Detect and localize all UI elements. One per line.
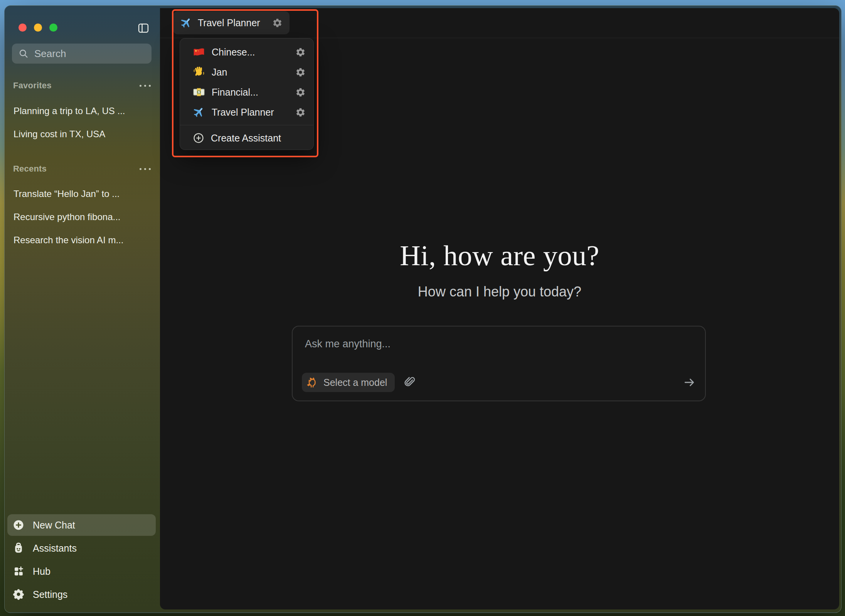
message-composer[interactable]: Ask me anything... bbox=[292, 326, 706, 401]
assistant-menu-label: Financial... bbox=[212, 87, 289, 98]
app-window: Search Favorites Planning a trip to LA, … bbox=[4, 5, 842, 613]
hub-icon bbox=[13, 566, 24, 577]
sidebar-bottom-nav: New Chat Assistants bbox=[7, 514, 156, 607]
chat-header: Travel Planner bbox=[160, 8, 839, 38]
recents-section-header: Recents bbox=[13, 162, 151, 175]
settings-button[interactable]: Settings bbox=[7, 584, 156, 605]
sidebar-toggle-button[interactable] bbox=[137, 22, 150, 34]
sidebar-toggle-icon bbox=[137, 22, 150, 34]
china-flag-icon bbox=[193, 46, 205, 58]
assistant-menu-item[interactable]: Financial... bbox=[183, 82, 310, 102]
gear-icon[interactable] bbox=[272, 18, 283, 28]
money-icon bbox=[193, 86, 205, 98]
sidebar: Search Favorites Planning a trip to LA, … bbox=[5, 6, 160, 613]
gear-icon[interactable] bbox=[295, 107, 306, 118]
send-icon[interactable] bbox=[683, 376, 696, 389]
desktop: Search Favorites Planning a trip to LA, … bbox=[0, 0, 845, 616]
settings-icon bbox=[13, 589, 24, 600]
recent-item[interactable]: Translate “Hello Jan” to ... bbox=[8, 185, 156, 203]
recents-label: Recents bbox=[13, 164, 47, 174]
select-model-label: Select a model bbox=[323, 377, 387, 388]
nav-label: New Chat bbox=[33, 520, 75, 531]
greeting-title: Hi, how are you? bbox=[160, 239, 839, 272]
favorite-item[interactable]: Planning a trip to LA, US ... bbox=[8, 102, 156, 120]
nav-label: Hub bbox=[33, 566, 50, 577]
search-input[interactable]: Search bbox=[12, 44, 151, 64]
minimize-button[interactable] bbox=[34, 24, 42, 32]
gear-icon[interactable] bbox=[295, 87, 306, 98]
composer-toolbar: Select a model bbox=[302, 373, 696, 392]
create-assistant-label: Create Assistant bbox=[211, 133, 281, 144]
assistant-menu-item[interactable]: Travel Planner bbox=[183, 102, 310, 122]
recent-item[interactable]: Recursive python fibona... bbox=[8, 208, 156, 226]
assistants-button[interactable]: Assistants bbox=[7, 537, 156, 559]
select-model-button[interactable]: Select a model bbox=[302, 373, 395, 392]
menu-divider bbox=[180, 125, 313, 125]
airplane-icon bbox=[190, 103, 207, 121]
airplane-icon bbox=[177, 14, 195, 31]
favorites-section-header: Favorites bbox=[13, 79, 151, 92]
favorite-item[interactable]: Living cost in TX, USA bbox=[8, 125, 156, 143]
favorites-menu-button[interactable] bbox=[139, 82, 151, 89]
nav-label: Assistants bbox=[33, 543, 77, 554]
waving-hand-icon bbox=[193, 66, 205, 78]
new-chat-button[interactable]: New Chat bbox=[7, 514, 156, 536]
assistants-icon bbox=[13, 542, 24, 554]
new-chat-icon bbox=[13, 519, 24, 531]
assistant-menu-item[interactable]: Jan bbox=[183, 62, 310, 82]
gear-icon[interactable] bbox=[295, 47, 306, 57]
close-button[interactable] bbox=[19, 24, 27, 32]
create-assistant-button[interactable]: Create Assistant bbox=[183, 128, 310, 148]
plus-circle-icon bbox=[193, 132, 204, 144]
gear-icon[interactable] bbox=[295, 67, 306, 77]
greeting-subtitle: How can I help you today? bbox=[160, 284, 839, 300]
assistant-menu-label: Travel Planner bbox=[212, 107, 289, 118]
search-icon bbox=[18, 48, 29, 59]
recent-item[interactable]: Research the vision AI m... bbox=[8, 231, 156, 249]
assistant-selector-label: Travel Planner bbox=[198, 17, 267, 29]
assistant-menu-item[interactable]: Chinese... bbox=[183, 42, 310, 62]
assistant-selector-button[interactable]: Travel Planner bbox=[173, 11, 290, 34]
zoom-button[interactable] bbox=[49, 24, 57, 32]
assistant-menu-label: Chinese... bbox=[212, 47, 289, 58]
attach-file-icon[interactable] bbox=[403, 376, 416, 389]
assistant-dropdown-menu: Chinese... Jan bbox=[180, 38, 314, 150]
assistant-menu-label: Jan bbox=[212, 67, 289, 78]
window-controls bbox=[19, 24, 57, 32]
composer-placeholder: Ask me anything... bbox=[305, 338, 391, 350]
search-placeholder: Search bbox=[34, 48, 66, 60]
nav-label: Settings bbox=[33, 589, 67, 600]
hub-button[interactable]: Hub bbox=[7, 560, 156, 582]
empty-state: Hi, how are you? How can I help you toda… bbox=[160, 239, 839, 300]
favorites-label: Favorites bbox=[13, 81, 52, 91]
recents-menu-button[interactable] bbox=[139, 166, 151, 172]
llama-model-icon bbox=[306, 376, 319, 389]
